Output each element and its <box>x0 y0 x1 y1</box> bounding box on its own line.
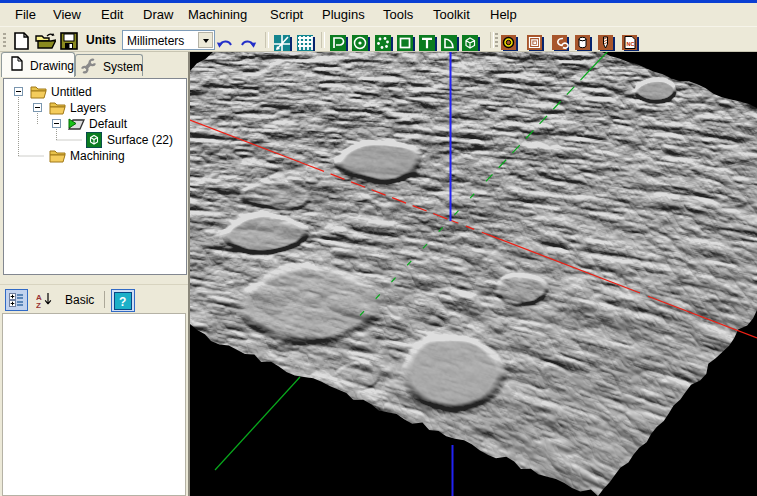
svg-text:Z: Z <box>36 301 41 309</box>
svg-text:?: ? <box>119 295 126 309</box>
svg-text:NC: NC <box>627 41 635 47</box>
